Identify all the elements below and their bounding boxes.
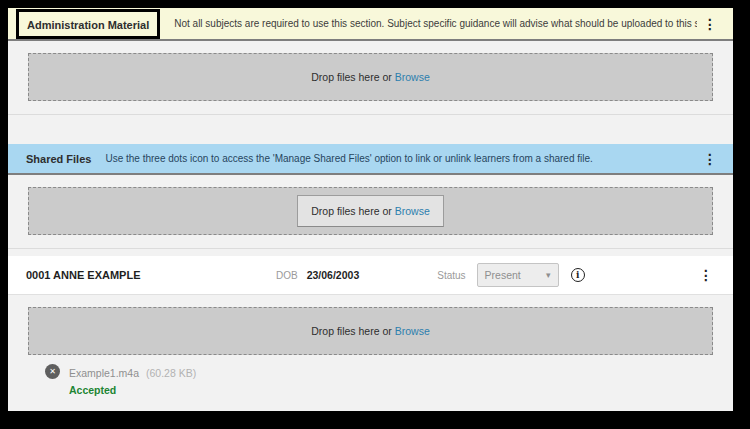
- shared-files-section-title: Shared Files: [26, 153, 91, 165]
- info-icon[interactable]: i: [571, 268, 585, 282]
- section-gap: [8, 249, 733, 256]
- dob-label: DOB: [276, 270, 298, 281]
- screenshot-frame: Administration Material Not all subjects…: [0, 0, 750, 429]
- admin-section-header: Administration Material Not all subjects…: [8, 8, 733, 41]
- section-gap: [8, 115, 733, 144]
- dob-value: 23/06/2003: [307, 269, 360, 281]
- upload-page: Administration Material Not all subjects…: [8, 8, 733, 411]
- shared-files-drop-button[interactable]: Drop files here or Browse: [297, 195, 444, 227]
- admin-section-title: Administration Material: [27, 19, 149, 31]
- shared-files-dropzone[interactable]: Drop files here or Browse: [28, 187, 713, 235]
- file-name-line: Example1.m4a (60.28 KB): [69, 367, 196, 379]
- shared-files-section-header: Shared Files Use the three dots icon to …: [8, 144, 733, 175]
- file-size: (60.28 KB): [146, 367, 196, 379]
- learner-name: 0001 ANNE EXAMPLE: [26, 269, 276, 281]
- shared-files-kebab-menu-icon[interactable]: ⋮: [697, 150, 723, 168]
- shared-files-section-description: Use the three dots icon to access the 'M…: [105, 153, 697, 164]
- shared-files-dropzone-text: Drop files here or: [311, 205, 392, 217]
- uploaded-file-item: ✕ Example1.m4a (60.28 KB) Accepted: [45, 363, 733, 396]
- remove-file-icon[interactable]: ✕: [45, 364, 60, 379]
- learner-kebab-menu-icon[interactable]: ⋮: [693, 266, 719, 284]
- learner-browse-link[interactable]: Browse: [395, 325, 430, 337]
- status-selected-value: Present: [485, 269, 521, 281]
- learner-row: 0001 ANNE EXAMPLE DOB 23/06/2003 Status …: [8, 256, 733, 295]
- chevron-down-icon: ▾: [546, 270, 551, 280]
- admin-dropzone-text: Drop files here or: [311, 71, 392, 83]
- file-details: Example1.m4a (60.28 KB) Accepted: [69, 363, 196, 396]
- admin-title-highlight-box: Administration Material: [16, 9, 160, 39]
- file-status-accepted: Accepted: [69, 384, 196, 396]
- admin-dropzone[interactable]: Drop files here or Browse: [28, 53, 713, 101]
- status-dropdown[interactable]: Present ▾: [477, 263, 559, 287]
- admin-section-description: Not all subjects are required to use thi…: [174, 18, 697, 29]
- learner-dropzone-text: Drop files here or: [311, 325, 392, 337]
- status-label: Status: [437, 270, 465, 281]
- admin-kebab-menu-icon[interactable]: ⋮: [697, 15, 723, 33]
- shared-files-browse-link[interactable]: Browse: [395, 205, 430, 217]
- file-name: Example1.m4a: [69, 367, 139, 379]
- learner-dropzone[interactable]: Drop files here or Browse: [28, 307, 713, 355]
- admin-browse-link[interactable]: Browse: [395, 71, 430, 83]
